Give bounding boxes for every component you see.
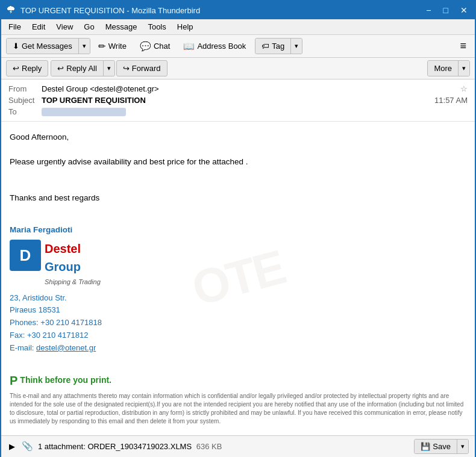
write-icon: ✏ (98, 41, 106, 52)
save-dropdown[interactable]: ▾ (457, 440, 468, 453)
reply-icon: ↩ (13, 64, 19, 73)
write-button[interactable]: ✏ Write (93, 38, 132, 55)
main-toolbar: ⬇ Get Messages ▾ ✏ Write 💬 Chat 📖 Addres… (1, 35, 475, 58)
reply-button[interactable]: ↩ Reply (6, 60, 48, 76)
logo-name2: Group (45, 258, 101, 276)
save-label: Save (433, 442, 451, 451)
menu-tools[interactable]: Tools (143, 20, 171, 33)
attachment-icon: 📎 (22, 441, 33, 452)
address-book-label: Address Book (197, 42, 246, 51)
email-body: OTE Good Afternoon, Please urgently advi… (1, 122, 475, 435)
attachment-info: 1 attachment: ORDER_19034719023.XLMS 636… (38, 442, 409, 451)
subject-label: Subject (8, 96, 42, 105)
more-group: More ▾ (427, 60, 470, 76)
address-book-icon: 📖 (183, 41, 195, 52)
chat-label: Chat (154, 42, 170, 51)
app-icon: 🌩 (6, 5, 16, 16)
main-window: 🌩 TOP URGENT REQUISITION - Mozilla Thund… (0, 0, 476, 457)
to-row: To (8, 106, 468, 117)
print-line: P Think before you print. (10, 372, 466, 390)
more-button[interactable]: More (428, 61, 459, 76)
attachment-size: 636 KB (196, 442, 222, 451)
save-button[interactable]: 💾 Save (415, 440, 457, 453)
menu-go[interactable]: Go (79, 20, 99, 33)
from-value: Destel Group <destel@otenet.gr> (42, 84, 457, 93)
get-messages-label: Get Messages (22, 42, 72, 51)
company-logo: D Destel Group Shipping & Trading (10, 240, 466, 287)
get-messages-group: ⬇ Get Messages ▾ (6, 38, 90, 54)
email-contact-link[interactable]: destel@otenet.gr (36, 343, 96, 352)
get-messages-button[interactable]: ⬇ Get Messages (7, 39, 79, 54)
address1: 23, Aristidou Str. (10, 292, 466, 305)
write-label: Write (108, 42, 127, 51)
tag-label: Tag (272, 42, 284, 51)
logo-sub: Shipping & Trading (45, 277, 101, 287)
sender-name: Maria Fergadioti (10, 224, 466, 236)
subject-row: Subject TOP URGENT REQUISITION 11:57 AM (8, 95, 468, 106)
attachment-name[interactable]: ORDER_19034719023.XLMS (87, 442, 192, 451)
attachment-toggle[interactable]: ▶ (7, 440, 17, 453)
save-icon: 💾 (421, 442, 430, 451)
menu-bar: File Edit View Go Message Tools Help (1, 19, 475, 35)
email-contact-label: E-mail: (10, 343, 36, 352)
logo-d-icon: D (10, 240, 41, 271)
to-label: To (8, 107, 42, 116)
more-label: More (434, 64, 452, 73)
menu-edit[interactable]: Edit (27, 20, 50, 33)
star-icon[interactable]: ☆ (460, 84, 468, 93)
menu-file[interactable]: File (4, 20, 26, 33)
hamburger-menu[interactable]: ≡ (455, 37, 471, 55)
logo-text: Destel Group Shipping & Trading (45, 240, 101, 287)
address2: Piraeus 18531 (10, 304, 466, 317)
minimize-button[interactable]: − (424, 5, 433, 15)
get-messages-icon: ⬇ (13, 42, 19, 51)
email-time: 11:57 AM (434, 96, 468, 105)
tag-icon: 🏷 (261, 42, 269, 51)
maximize-button[interactable]: □ (441, 5, 451, 15)
action-bar: ↩ Reply ↩ Reply All ▾ ↪ Forward More ▾ (1, 58, 475, 79)
chat-button[interactable]: 💬 Chat (134, 38, 175, 55)
menu-view[interactable]: View (51, 20, 78, 33)
title-bar: 🌩 TOP URGENT REQUISITION - Mozilla Thund… (1, 1, 475, 19)
attachment-bar: ▶ 📎 1 attachment: ORDER_19034719023.XLMS… (1, 435, 475, 457)
tag-group: 🏷 Tag ▾ (255, 38, 302, 54)
window-controls: − □ ✕ (424, 5, 470, 15)
fax: Fax: +30 210 4171812 (10, 329, 466, 342)
save-button-group: 💾 Save ▾ (414, 439, 469, 454)
from-row: From Destel Group <destel@otenet.gr> ☆ (8, 83, 468, 95)
to-value (42, 108, 126, 116)
more-dropdown[interactable]: ▾ (459, 61, 469, 76)
reply-label: Reply (22, 64, 42, 73)
reply-all-button[interactable]: ↩ Reply All (51, 61, 104, 76)
reply-all-dropdown[interactable]: ▾ (104, 61, 114, 76)
print-p-icon: P (10, 372, 17, 390)
reply-all-group: ↩ Reply All ▾ (51, 60, 115, 76)
subject-value: TOP URGENT REQUISITION (42, 96, 434, 105)
closing: Thanks and best regards (10, 192, 466, 204)
get-messages-dropdown[interactable]: ▾ (79, 39, 90, 54)
reply-all-label: Reply All (66, 64, 97, 73)
body-paragraph: Please urgently advise availability and … (10, 156, 466, 168)
tag-dropdown[interactable]: ▾ (291, 39, 302, 54)
disclaimer: This e-mail and any attachments thereto … (10, 392, 466, 426)
address-book-button[interactable]: 📖 Address Book (178, 38, 251, 55)
close-button[interactable]: ✕ (458, 5, 470, 15)
logo-name: Destel (45, 240, 101, 258)
email-header: From Destel Group <destel@otenet.gr> ☆ S… (1, 79, 475, 122)
from-label: From (8, 84, 42, 93)
window-title: TOP URGENT REQUISITION - Mozilla Thunder… (20, 6, 419, 15)
tag-button[interactable]: 🏷 Tag (255, 39, 291, 54)
phone: Phones: +30 210 4171818 (10, 317, 466, 329)
print-text: Think before you print. (20, 374, 111, 387)
body-content: Good Afternoon, Please urgently advise a… (10, 131, 466, 426)
email-contact: E-mail: destel@otenet.gr (10, 342, 466, 355)
attachment-count: 1 attachment: (38, 442, 87, 451)
menu-help[interactable]: Help (172, 20, 198, 33)
greeting: Good Afternoon, (10, 131, 466, 143)
forward-label: Forward (132, 64, 161, 73)
forward-button[interactable]: ↪ Forward (116, 60, 168, 76)
chat-icon: 💬 (140, 41, 151, 52)
reply-all-icon: ↩ (57, 64, 64, 73)
menu-message[interactable]: Message (101, 20, 142, 33)
forward-icon: ↪ (123, 64, 130, 73)
